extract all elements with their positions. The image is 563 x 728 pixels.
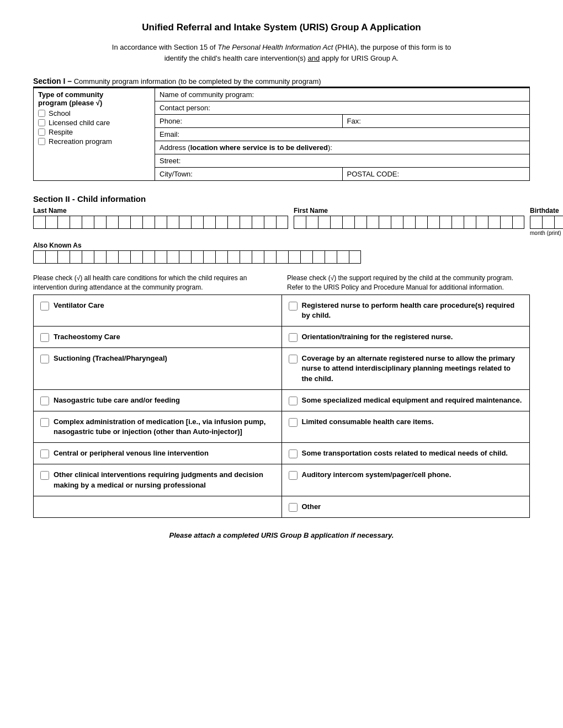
also-known-box (155, 250, 167, 264)
check-item: Ventilator Care (40, 301, 275, 311)
right-item-5: Limited consumable health care items. (282, 411, 530, 442)
check-item: Some transportation costs related to med… (289, 448, 523, 458)
check-item: Some specialized medical equipment and r… (289, 395, 523, 405)
respite-label: Respite (49, 128, 73, 136)
also-known-box (337, 250, 349, 264)
also-known-box (240, 250, 252, 264)
specialized-equipment-checkbox[interactable] (289, 397, 298, 405)
central-venous-label: Central or peripheral venous line interv… (54, 448, 209, 458)
consumable-checkbox[interactable] (289, 418, 298, 427)
also-known-box (288, 250, 300, 264)
consumable-label: Limited consumable health care items. (302, 417, 434, 427)
left-item-5: Complex administration of medication [i.… (34, 411, 282, 442)
school-label: School (49, 109, 71, 117)
name-of-program-field: Name of community program: (155, 88, 530, 101)
other-clinical-checkbox[interactable] (40, 471, 49, 480)
also-known-box (203, 250, 215, 264)
last-name-boxes (33, 216, 288, 229)
char-box (452, 216, 464, 229)
also-known-box (142, 250, 155, 264)
char-box (330, 216, 342, 229)
left-item-1: Ventilator Care (34, 295, 282, 326)
char-box (488, 216, 500, 229)
tracheostomy-checkbox[interactable] (40, 333, 49, 342)
birthdate-boxes (530, 216, 563, 229)
right-item-6: Some transportation costs related to med… (282, 443, 530, 464)
check-item: Limited consumable health care items. (289, 417, 523, 427)
birthdate-label: Birthdate (530, 207, 563, 215)
postal-label: POSTAL CODE: (343, 168, 530, 180)
check-item: Auditory intercom system/pager/cell phon… (289, 470, 523, 480)
char-box (203, 216, 215, 229)
also-known-box (227, 250, 240, 264)
char-box (142, 216, 155, 229)
also-known-box (57, 250, 70, 264)
other-label: Other (302, 502, 321, 512)
left-item-6: Central or peripheral venous line interv… (34, 443, 282, 464)
last-name-col: Last Name (33, 207, 288, 236)
also-known-box (94, 250, 106, 264)
char-box (215, 216, 227, 229)
also-known-box (106, 250, 118, 264)
phone-label: Phone: (155, 115, 343, 127)
also-known-box (82, 250, 94, 264)
char-box (512, 216, 524, 229)
name-program-label: Name of community program: (160, 90, 254, 99)
left-empty (34, 496, 282, 517)
nasogastric-label: Nasogastric tube care and/or feeding (54, 395, 180, 405)
char-box (82, 216, 94, 229)
registered-nurse-checkbox[interactable] (289, 302, 298, 311)
suctioning-label: Suctioning (Tracheal/Pharyngeal) (54, 354, 167, 363)
complex-admin-checkbox[interactable] (40, 418, 49, 427)
transportation-checkbox[interactable] (289, 449, 298, 458)
char-box (227, 216, 240, 229)
char-box (106, 216, 118, 229)
also-known-box (167, 250, 179, 264)
city-label: City/Town: (155, 168, 343, 180)
licensed-childcare-label: Licensed child care (49, 119, 110, 127)
check-item: Central or peripheral venous line interv… (40, 448, 275, 458)
recreation-checkbox[interactable] (38, 138, 45, 145)
orientation-label: Orientation/training for the registered … (302, 332, 453, 342)
also-known-label: Also Known As (33, 242, 530, 249)
auditory-checkbox[interactable] (289, 471, 298, 480)
list-item: School (38, 109, 150, 117)
first-name-boxes (294, 216, 524, 229)
char-box (70, 216, 82, 229)
also-known-box (45, 250, 57, 264)
char-box (354, 216, 367, 229)
check-item: Nasogastric tube care and/or feeding (40, 395, 275, 405)
licensed-childcare-checkbox[interactable] (38, 119, 45, 126)
suctioning-checkbox[interactable] (40, 355, 49, 363)
birthdate-box (530, 216, 542, 229)
central-venous-checkbox[interactable] (40, 449, 49, 458)
also-known-box (312, 250, 325, 264)
char-box (276, 216, 288, 229)
orientation-checkbox[interactable] (289, 333, 298, 342)
check-item: Registered nurse to perform health care … (289, 301, 523, 320)
table-row: Nasogastric tube care and/or feeding Som… (34, 389, 530, 411)
char-box (179, 216, 191, 229)
email-label: Email: (160, 130, 179, 138)
left-item-3: Suctioning (Tracheal/Pharyngeal) (34, 348, 282, 390)
also-known-box (118, 250, 130, 264)
checklist-table: Ventilator Care Registered nurse to perf… (33, 295, 530, 518)
month-print-label: month (print) (530, 230, 561, 236)
list-item: Recreation program (38, 137, 150, 146)
section2-title: Section II - Child information (33, 194, 530, 204)
right-item-8: Other (282, 496, 530, 517)
char-box (342, 216, 354, 229)
also-known-boxes (33, 250, 530, 264)
school-checkbox[interactable] (38, 110, 45, 117)
respite-checkbox[interactable] (38, 129, 45, 136)
other-checkbox[interactable] (289, 503, 298, 512)
table-row: Complex administration of medication [i.… (34, 411, 530, 442)
nasogastric-checkbox[interactable] (40, 397, 49, 405)
check-item: Coverage by an alternate registered nurs… (289, 354, 523, 384)
also-known-box (300, 250, 312, 264)
coverage-checkbox[interactable] (289, 355, 298, 363)
char-box (191, 216, 203, 229)
footer-text: Please attach a completed URIS Group B a… (33, 531, 530, 539)
ventilator-care-checkbox[interactable] (40, 302, 49, 311)
table-row: Ventilator Care Registered nurse to perf… (34, 295, 530, 326)
